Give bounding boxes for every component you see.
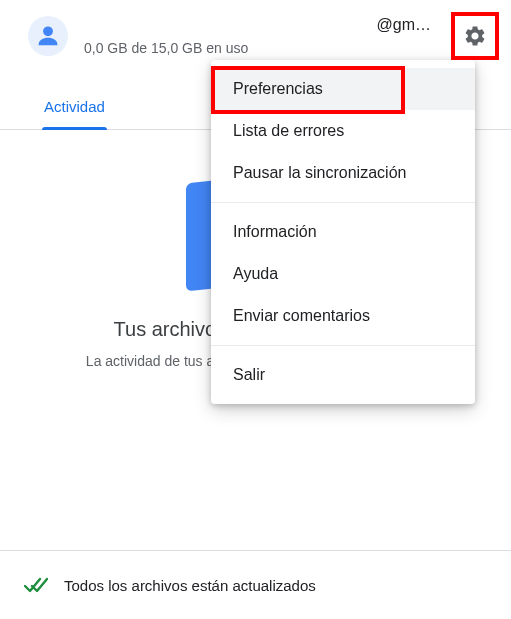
- menu-error-list[interactable]: Lista de errores: [211, 110, 475, 152]
- settings-menu: Preferencias Lista de errores Pausar la …: [211, 60, 475, 404]
- settings-button[interactable]: [455, 16, 495, 56]
- account-email: @gm…: [84, 16, 491, 34]
- header: @gm… 0,0 GB de 15,0 GB en uso: [0, 0, 511, 64]
- menu-preferences[interactable]: Preferencias: [211, 68, 475, 110]
- gear-icon: [463, 24, 487, 48]
- avatar[interactable]: [28, 16, 68, 56]
- tab-activity[interactable]: Actividad: [24, 84, 125, 129]
- account-info: @gm… 0,0 GB de 15,0 GB en uso: [84, 16, 491, 56]
- person-icon: [34, 22, 62, 50]
- storage-usage: 0,0 GB de 15,0 GB en uso: [84, 40, 491, 56]
- menu-pause-sync[interactable]: Pausar la sincronización: [211, 152, 475, 194]
- footer: Todos los archivos están actualizados: [0, 550, 511, 619]
- menu-feedback[interactable]: Enviar comentarios: [211, 295, 475, 337]
- svg-point-0: [43, 26, 53, 36]
- menu-quit[interactable]: Salir: [211, 354, 475, 396]
- menu-help[interactable]: Ayuda: [211, 253, 475, 295]
- menu-about[interactable]: Información: [211, 211, 475, 253]
- footer-status: Todos los archivos están actualizados: [64, 577, 316, 594]
- double-check-icon: [24, 573, 48, 597]
- menu-divider: [211, 345, 475, 346]
- menu-divider: [211, 202, 475, 203]
